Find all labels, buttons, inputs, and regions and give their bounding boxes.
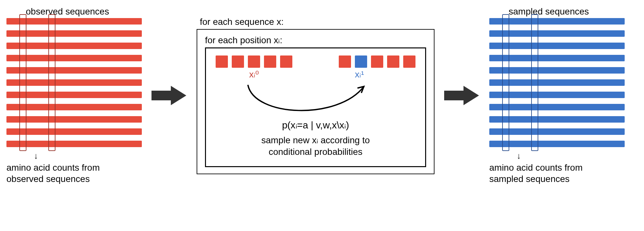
sampled-panel: sampled sequences ↓ amino acid counts fr… [489,6,625,185]
sequence-row [489,67,625,74]
sampled-caption: amino acid counts from sampled sequences [489,162,582,185]
diagram-root: observed sequences ↓ amino acid counts f… [6,6,638,185]
sampling-arc [241,82,415,119]
sequence-row [6,92,142,98]
token-row: xᵢ⁰ xᵢ¹ [216,55,415,80]
token-after-3 [371,55,383,68]
inner-loop-box: xᵢ⁰ xᵢ¹ [205,47,426,167]
observed-caption-line2: observed sequences [6,174,90,184]
sequence-row [6,116,142,123]
arrow-center-to-right [444,84,480,107]
sequence-row [489,55,625,61]
conditional-probability-formula: p(xᵢ=a | v,w,x\xᵢ) [216,119,415,131]
sequence-row [6,67,142,74]
observed-panel: observed sequences ↓ amino acid counts f… [6,6,142,185]
inner-loop-label-var: xᵢ: [274,35,282,45]
sequence-row [489,128,625,135]
outer-loop-box: for each position xᵢ: xᵢ⁰ [197,29,434,175]
token-after-4 [387,55,399,68]
token-group-after: xᵢ¹ [339,55,415,80]
sample-description-line1: sample new xᵢ according to [261,135,370,145]
sampled-title: sampled sequences [509,6,589,17]
arrow-left-to-center [151,84,187,107]
svg-marker-1 [444,86,479,105]
inner-loop-label-prefix: for each position [205,35,274,45]
token-after-2-sampled [355,55,367,68]
sequence-row [6,30,142,37]
xi1-label: xᵢ¹ [355,69,415,80]
token-before-5 [280,55,292,68]
sampled-sequence-block [489,18,625,147]
observed-caption-line1: amino acid counts from [6,163,100,173]
sequence-row [6,18,142,25]
observed-sequence-block [6,18,142,147]
sequence-row [6,128,142,135]
down-arrow-left: ↓ [34,152,38,160]
sequence-row [6,43,142,49]
sample-description: sample new xᵢ according to conditional p… [216,135,415,158]
sample-description-line2: conditional probabilities [268,147,362,157]
sequence-row [6,79,142,86]
inner-loop-label: for each position xᵢ: [205,35,426,45]
outer-loop-label: for each sequence x: [200,17,284,27]
svg-marker-0 [151,86,186,105]
sequence-row [489,141,625,147]
observed-title: observed sequences [26,6,109,17]
token-before-3 [248,55,260,68]
sampled-caption-line1: amino acid counts from [489,163,582,173]
token-after-5 [403,55,415,68]
token-before-2 [232,55,244,68]
process-panel: for each sequence x: for each position x… [197,17,434,175]
sequence-row [489,116,625,123]
sequence-row [489,79,625,86]
sequence-row [489,18,625,25]
sequence-row [489,43,625,49]
sampled-caption-line2: sampled sequences [489,174,570,184]
xi0-label: xᵢ⁰ [216,69,292,80]
token-group-before: xᵢ⁰ [216,55,292,80]
sequence-row [6,141,142,147]
down-arrow-right: ↓ [517,152,521,160]
sequence-row [6,104,142,110]
token-before-1 [216,55,228,68]
sequence-row [489,30,625,37]
token-after-1 [339,55,351,68]
token-before-4 [264,55,276,68]
sequence-row [489,92,625,98]
observed-caption: amino acid counts from observed sequence… [6,162,100,185]
sequence-row [489,104,625,110]
sequence-row [6,55,142,61]
